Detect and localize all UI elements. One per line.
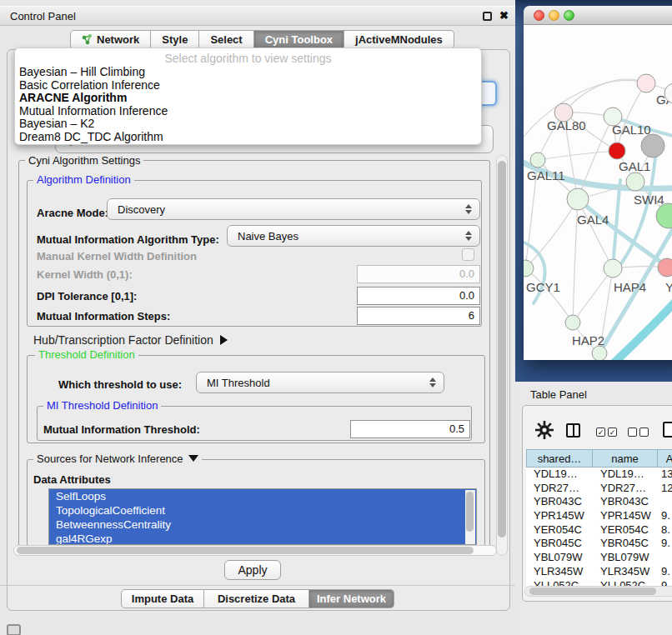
- table-row[interactable]: YER054CYER054C8.: [526, 523, 672, 538]
- network-node[interactable]: [592, 346, 607, 360]
- algorithm-definition-title: Algorithm Definition: [33, 174, 134, 185]
- table-cell: YLR345W: [593, 565, 658, 579]
- algorithm-option[interactable]: Dream8 DC_TDC Algorithm: [15, 131, 481, 144]
- network-canvas[interactable]: GALGAL80GAL10GAL1GAL11SWI4GAL4GCY1HAP4YH…: [524, 25, 672, 360]
- minimized-panel-icon[interactable]: [7, 624, 21, 635]
- network-node[interactable]: [609, 142, 625, 159]
- network-node[interactable]: [658, 258, 672, 277]
- aracne-mode-combobox[interactable]: Discovery: [107, 198, 480, 220]
- table-row[interactable]: YBR043CYBR043C: [526, 495, 672, 509]
- scrollbar-thumb[interactable]: [17, 547, 474, 554]
- settings-vertical-scrollbar[interactable]: [496, 155, 508, 556]
- network-node[interactable]: [530, 152, 545, 168]
- table-cell: YBL079W: [526, 551, 593, 565]
- kernel-width-input[interactable]: 0.0: [357, 265, 480, 283]
- table-row[interactable]: YDL19…YDL19…13: [526, 468, 672, 482]
- data-attribute-item[interactable]: TopologicalCoefficient: [49, 503, 476, 518]
- mac-minimize-button[interactable]: [549, 10, 559, 21]
- table-panel: Table Panel ✓✓ sh: [515, 382, 672, 635]
- which-threshold-combobox[interactable]: MI Threshold: [196, 372, 444, 393]
- algorithm-option[interactable]: Basic Correlation Inference: [15, 79, 481, 92]
- network-node[interactable]: [567, 188, 589, 210]
- threshold-definition-title: Threshold Definition: [35, 349, 138, 360]
- scrollbar-thumb[interactable]: [498, 161, 506, 538]
- algorithm-option[interactable]: ARACNE Algorithm: [15, 92, 481, 105]
- document-icon[interactable]: [663, 422, 672, 438]
- table-row[interactable]: YBR045CYBR045C9.: [526, 537, 672, 551]
- columns-icon[interactable]: [566, 423, 580, 438]
- network-window: GALGAL80GAL10GAL1GAL11SWI4GAL4GCY1HAP4YH…: [524, 6, 672, 360]
- mi-type-combobox[interactable]: Naive Bayes: [227, 225, 480, 247]
- algorithm-option[interactable]: Mutual Information Inference: [15, 105, 481, 118]
- table-cell: 9.: [658, 509, 672, 523]
- mac-zoom-button[interactable]: [564, 10, 574, 21]
- bottom-tabbar: Impute Data Discretize Data Infer Networ…: [121, 589, 394, 608]
- scrollbar-thumb[interactable]: [529, 588, 656, 595]
- kernel-width-label: Kernel Width (0,1):: [37, 268, 133, 281]
- column-header[interactable]: A…: [658, 449, 672, 468]
- float-window-icon[interactable]: [483, 12, 492, 21]
- mi-threshold-input[interactable]: 0.5: [350, 420, 470, 438]
- network-graph: GALGAL80GAL10GAL1GAL11SWI4GAL4GCY1HAP4YH…: [524, 25, 672, 360]
- scrollbar-thumb[interactable]: [466, 492, 474, 532]
- network-node[interactable]: [565, 315, 580, 330]
- table-cell: YLR345W: [526, 565, 593, 579]
- data-attribute-item[interactable]: BetweennessCentrality: [49, 518, 476, 532]
- list-scrollbar[interactable]: [465, 490, 475, 545]
- data-attribute-item[interactable]: SelfLoops: [49, 489, 476, 503]
- table-cell: YBR043C: [526, 495, 593, 509]
- network-node[interactable]: [637, 74, 655, 92]
- algorithm-option[interactable]: Bayesian – Hill Climbing: [15, 66, 481, 79]
- sources-toggle[interactable]: Sources for Network Inference: [33, 453, 202, 464]
- tab-network[interactable]: Network: [70, 30, 151, 49]
- apply-button[interactable]: Apply: [224, 560, 281, 580]
- network-node[interactable]: [626, 172, 644, 191]
- table-cell: YPR145W: [526, 509, 593, 523]
- table-row[interactable]: YDR27…YDR27…12: [526, 482, 672, 496]
- data-attributes-label: Data Attributes: [33, 473, 111, 486]
- table-row[interactable]: YLR345WYLR345W9.: [526, 565, 672, 579]
- aracne-mode-label: Aracne Mode:: [37, 207, 108, 219]
- tab-discretize-data[interactable]: Discretize Data: [204, 589, 309, 608]
- settings-horizontal-scrollbar[interactable]: [13, 545, 497, 556]
- table-header-row: shared… name A…: [526, 449, 672, 468]
- hub-definition-toggle[interactable]: Hub/Transcription Factor Definition: [33, 333, 228, 347]
- gear-icon[interactable]: [534, 420, 554, 440]
- network-node[interactable]: [641, 134, 664, 158]
- tab-jactivemnodules[interactable]: jActiveMNodules: [344, 30, 454, 49]
- expand-down-icon: [188, 455, 198, 462]
- table-cell: 12: [658, 482, 672, 496]
- network-node[interactable]: [604, 259, 622, 278]
- column-header[interactable]: shared…: [526, 449, 593, 468]
- data-attribute-item[interactable]: gal4RGexp: [49, 532, 476, 545]
- tab-cyni-toolbox[interactable]: Cyni Toolbox: [254, 30, 344, 49]
- dpi-tolerance-label: DPI Tolerance [0,1]:: [37, 290, 137, 302]
- algorithm-dropdown-popup: Select algorithm to view settings Bayesi…: [14, 48, 482, 145]
- table-row[interactable]: YPR145WYPR145W9.: [526, 509, 672, 523]
- table-cell: YDR27…: [526, 482, 593, 496]
- app-screen: Control Panel ✖ Network Style Select Cyn…: [0, 0, 672, 635]
- algorithm-option[interactable]: Bayesian – K2: [15, 118, 481, 131]
- control-panel-tabbar: Network Style Select Cyni Toolbox jActiv…: [70, 30, 454, 49]
- tab-label: Cyni Toolbox: [265, 31, 333, 49]
- manual-kernel-checkbox[interactable]: [462, 248, 474, 261]
- table-row[interactable]: YBL079WYBL079W: [526, 551, 672, 565]
- unchecked-pair-icon[interactable]: [628, 428, 649, 437]
- checked-pair-icon[interactable]: ✓✓: [596, 428, 617, 437]
- mac-close-button[interactable]: [534, 10, 544, 21]
- mi-steps-input[interactable]: 6: [357, 307, 480, 325]
- tab-style[interactable]: Style: [151, 30, 199, 49]
- network-node[interactable]: [656, 203, 672, 228]
- tab-impute-data[interactable]: Impute Data: [121, 589, 204, 608]
- settings-scrollpane: Cyni Algorithm Settings Algorithm Defini…: [13, 155, 499, 545]
- tab-infer-network[interactable]: Infer Network: [309, 589, 394, 608]
- tab-select[interactable]: Select: [199, 30, 253, 49]
- table-cell: YDL19…: [593, 468, 658, 482]
- mi-threshold-title: MI Threshold Definition: [43, 400, 161, 411]
- close-icon[interactable]: ✖: [499, 9, 509, 22]
- dpi-tolerance-input[interactable]: 0.0: [357, 287, 480, 305]
- table-cell: YER054C: [593, 523, 658, 538]
- table-horizontal-scrollbar[interactable]: [524, 586, 672, 597]
- column-header[interactable]: name: [593, 449, 658, 468]
- table-cell: YBR045C: [526, 537, 593, 551]
